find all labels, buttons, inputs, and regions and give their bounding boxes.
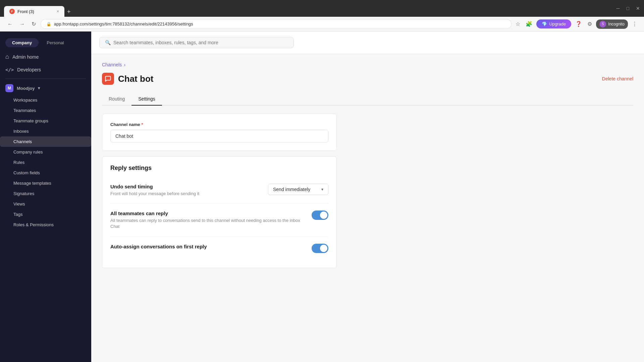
url-bar[interactable]: 🔒 app.frontapp.com/settings/tim:7858132/… [41,19,512,29]
tab-favicon: F [9,9,15,14]
sidebar-item-channels[interactable]: Channels [0,136,91,147]
required-indicator: * [141,122,143,127]
workspace-label: Moodjoy [17,86,35,91]
page-tabs: Routing Settings [102,93,633,106]
search-input[interactable] [113,40,288,45]
auto-assign-setting-row: Auto-assign conversations on first reply [110,237,328,260]
sidebar-divider [5,78,86,79]
company-tab[interactable]: Company [5,38,39,47]
developers-label: Developers [17,67,41,72]
toggle-knob-auto [320,245,327,252]
channel-name-card: Channel name * [102,114,337,151]
upgrade-button[interactable]: 💎 Upgrade [536,19,571,28]
auto-assign-name: Auto-assign conversations on first reply [110,244,301,249]
search-area: 🔍 [91,32,644,54]
page-header: Chat bot Delete channel [102,73,633,85]
tab-settings[interactable]: Settings [131,93,162,106]
new-tab-button[interactable]: + [64,7,73,17]
back-button[interactable]: ← [5,20,15,28]
sidebar-item-message-templates[interactable]: Message templates [0,178,91,188]
more-menu-button[interactable]: ⋮ [631,19,639,28]
channel-name-label: Channel name * [110,122,328,127]
reply-settings-card: Reply settings Undo send timing Front wi… [102,156,337,268]
settings-button[interactable]: ⚙ [586,19,593,28]
channel-name-input[interactable] [110,130,328,142]
page-title-wrap: Chat bot [102,73,153,85]
chevron-down-icon: ▾ [321,187,323,192]
delete-channel-button[interactable]: Delete channel [602,76,633,81]
page-title: Chat bot [118,74,153,84]
view-toggle: Company Personal [0,34,91,50]
workspace-icon: M [5,84,13,92]
breadcrumb: Channels › [102,62,633,67]
toggle-knob [320,212,327,219]
all-teammates-toggle[interactable] [312,210,328,220]
auto-assign-control [312,244,328,253]
auto-assign-toggle[interactable] [312,244,328,253]
url-text: app.frontapp.com/settings/tim:7858132/ch… [54,21,193,26]
sidebar: Company Personal ⌂ Admin home </> Develo… [0,32,91,362]
maximize-button[interactable]: □ [627,6,629,11]
personal-tab[interactable]: Personal [40,38,70,47]
search-icon: 🔍 [105,40,111,45]
sidebar-item-rules[interactable]: Rules [0,157,91,168]
diamond-icon: 💎 [542,21,547,26]
code-icon: </> [5,67,14,72]
lock-icon: 🔒 [46,22,51,26]
sidebar-item-teammate-groups[interactable]: Teammate groups [0,116,91,126]
tab-close-button[interactable]: × [57,9,59,14]
sidebar-item-workspaces[interactable]: Workspaces [0,95,91,105]
sidebar-item-custom-fields[interactable]: Custom fields [0,168,91,178]
undo-send-name: Undo send timing [110,184,257,189]
upgrade-label: Upgrade [549,21,566,26]
extension-button[interactable]: 🧩 [524,19,534,28]
sidebar-item-admin-home[interactable]: ⌂ Admin home [0,50,91,64]
incognito-badge: S Incognito [596,19,628,29]
undo-send-info: Undo send timing Front will hold your me… [110,184,257,197]
workspace-group-header[interactable]: M Moodjoy ▾ [0,81,91,95]
search-input-wrap[interactable]: 🔍 [99,37,294,48]
undo-send-value: Send immediately [273,187,310,192]
admin-home-label: Admin home [12,54,39,60]
undo-send-setting-row: Undo send timing Front will hold your me… [110,177,328,204]
bookmark-button[interactable]: ☆ [514,19,522,28]
auto-assign-info: Auto-assign conversations on first reply [110,244,301,251]
minimize-button[interactable]: ─ [616,6,620,11]
reply-settings-title: Reply settings [110,165,328,172]
undo-send-dropdown[interactable]: Send immediately ▾ [268,184,328,195]
all-teammates-description: All teammates can reply to conversations… [110,218,301,230]
undo-send-description: Front will hold your message before send… [110,191,257,197]
main-area: 🔍 Channels › [91,32,644,362]
forward-button[interactable]: → [17,20,27,28]
undo-send-control: Send immediately ▾ [268,184,328,195]
channel-icon [102,73,114,85]
incognito-label: Incognito [608,22,625,26]
sidebar-item-tags[interactable]: Tags [0,209,91,220]
all-teammates-control [312,210,328,220]
sidebar-item-teammates[interactable]: Teammates [0,105,91,116]
refresh-button[interactable]: ↻ [30,19,38,28]
all-teammates-info: All teammates can reply All teammates ca… [110,210,301,230]
sidebar-item-inboxes[interactable]: Inboxes [0,126,91,136]
sidebar-item-company-rules[interactable]: Company rules [0,147,91,157]
help-button[interactable]: ❓ [574,19,583,28]
breadcrumb-separator: › [124,62,125,67]
tab-title: Front (3) [17,9,34,14]
content-area: Channels › Chat bot Delete channel [91,54,644,362]
tab-routing[interactable]: Routing [102,93,131,106]
incognito-avatar: S [599,21,606,27]
breadcrumb-channels-link[interactable]: Channels [102,62,122,67]
all-teammates-setting-row: All teammates can reply All teammates ca… [110,204,328,237]
home-icon: ⌂ [5,53,9,60]
sidebar-item-developers[interactable]: </> Developers [0,64,91,76]
sidebar-item-signatures[interactable]: Signatures [0,188,91,199]
active-browser-tab[interactable]: F Front (3) × [4,6,64,17]
sidebar-item-views[interactable]: Views [0,199,91,209]
all-teammates-name: All teammates can reply [110,210,301,216]
workspace-chevron: ▾ [38,86,40,90]
close-window-button[interactable]: ✕ [636,6,640,11]
sidebar-item-roles-permissions[interactable]: Roles & Permissions [0,220,91,230]
